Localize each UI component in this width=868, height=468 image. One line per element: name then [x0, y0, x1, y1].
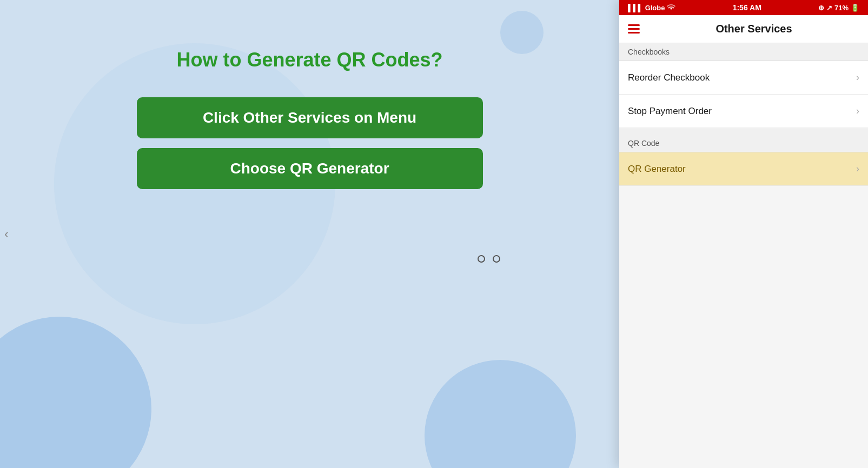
- chevron-right-icon-2: ›: [856, 105, 859, 117]
- decorative-circle-right-bottom: [425, 360, 576, 468]
- right-panel: ▌▌▌ Globe 1:56 AM ⊕ ↗ 71% 🔋: [619, 0, 868, 468]
- location-icon: ⊕: [818, 4, 824, 12]
- signal-arrow: ↗: [826, 4, 832, 12]
- hamburger-menu-icon[interactable]: [628, 24, 640, 34]
- app-header-title: Other Services: [648, 23, 859, 35]
- decorative-circle-left: [0, 317, 151, 468]
- menu-item-qr-generator[interactable]: QR Generator ›: [619, 152, 868, 186]
- click-other-services-button[interactable]: Click Other Services on Menu: [137, 97, 483, 138]
- menu-item-reorder-checkbook[interactable]: Reorder Checkbook ›: [619, 61, 868, 95]
- menu-item-stop-payment[interactable]: Stop Payment Order ›: [619, 95, 868, 128]
- chevron-right-icon: ›: [856, 72, 859, 83]
- menu-item-qr-generator-label: QR Generator: [628, 164, 686, 175]
- status-bar: ▌▌▌ Globe 1:56 AM ⊕ ↗ 71% 🔋: [619, 0, 868, 15]
- signal-bars: ▌▌▌: [628, 4, 643, 12]
- battery-icon: 🔋: [851, 4, 859, 12]
- prev-arrow[interactable]: ‹: [0, 223, 13, 245]
- status-bar-left: ▌▌▌ Globe: [628, 4, 675, 12]
- left-panel: ‹ How to Generate QR Codes? Click Other …: [0, 0, 619, 468]
- battery-percent: 71%: [834, 4, 849, 12]
- section-label-qr-code: QR Code: [619, 135, 868, 152]
- chevron-right-icon-3: ›: [856, 163, 859, 175]
- menu-section: Checkbooks Reorder Checkbook › Stop Paym…: [619, 43, 868, 468]
- section-label-checkbooks: Checkbooks: [619, 43, 868, 61]
- phone-frame: ▌▌▌ Globe 1:56 AM ⊕ ↗ 71% 🔋: [619, 0, 868, 468]
- menu-item-reorder-checkbook-label: Reorder Checkbook: [628, 72, 710, 83]
- dot-1[interactable]: [478, 255, 485, 263]
- carrier-name: Globe: [645, 4, 665, 12]
- wifi-icon: [667, 4, 675, 12]
- decorative-circle-top-right: [500, 11, 544, 54]
- menu-item-stop-payment-label: Stop Payment Order: [628, 106, 712, 117]
- pagination-dots: [478, 255, 500, 263]
- status-bar-right: ⊕ ↗ 71% 🔋: [818, 4, 859, 12]
- status-bar-time: 1:56 AM: [733, 3, 761, 12]
- page-title: How to Generate QR Codes?: [176, 49, 442, 71]
- app-header: Other Services: [619, 15, 868, 43]
- dot-2[interactable]: [493, 255, 500, 263]
- choose-qr-generator-button[interactable]: Choose QR Generator: [137, 148, 483, 189]
- hamburger-line-2: [628, 28, 640, 30]
- hamburger-line-3: [628, 32, 640, 34]
- hamburger-line-1: [628, 24, 640, 26]
- section-gap: [619, 128, 868, 135]
